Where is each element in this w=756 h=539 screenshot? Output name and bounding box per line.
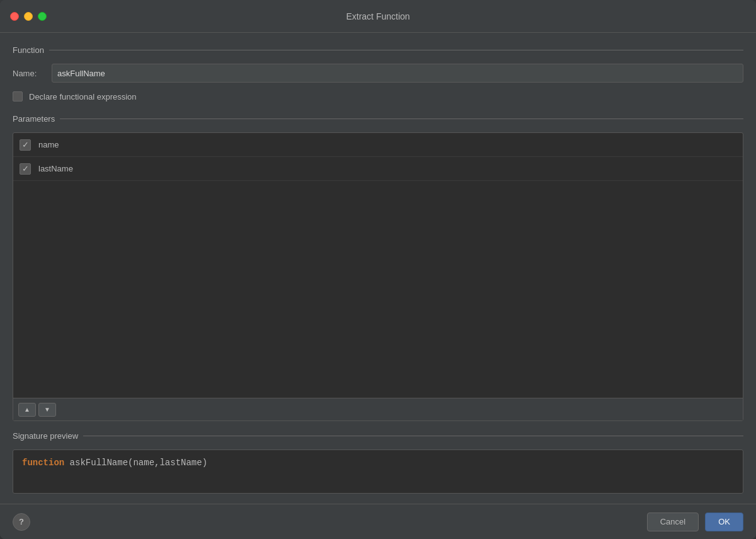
arrow-down-icon: ▼	[44, 406, 50, 413]
param-checkbox-lastname[interactable]: ✓	[20, 163, 31, 175]
param-row-lastname: ✓ lastName	[13, 157, 743, 181]
extract-function-dialog: Extract Function Function Name: Declare …	[0, 0, 756, 539]
close-button[interactable]	[10, 12, 19, 21]
action-buttons: Cancel OK	[647, 513, 743, 531]
function-section: Function Name: Declare functional expres…	[13, 45, 743, 114]
declare-functional-label: Declare functional expression	[29, 92, 137, 101]
sig-name: askFullName(name,lastName)	[64, 458, 207, 468]
param-checkbox-name[interactable]: ✓	[20, 139, 31, 151]
signature-section-line	[83, 436, 743, 436]
minimize-button[interactable]	[24, 12, 33, 21]
move-up-button[interactable]: ▲	[18, 403, 36, 417]
title-bar: Extract Function	[0, 0, 756, 33]
dialog-content: Function Name: Declare functional expres…	[0, 33, 756, 504]
signature-section-label: Signature preview	[13, 431, 78, 441]
checkmark-lastname: ✓	[22, 165, 29, 173]
param-row-name: ✓ name	[13, 133, 743, 157]
param-label-lastname: lastName	[38, 164, 73, 173]
function-section-header: Function	[13, 45, 743, 55]
params-controls: ▲ ▼	[13, 398, 743, 420]
parameters-section-header: Parameters	[13, 114, 743, 124]
help-button[interactable]: ?	[13, 513, 30, 531]
maximize-button[interactable]	[38, 12, 47, 21]
cancel-button[interactable]: Cancel	[647, 513, 699, 531]
params-spacer	[13, 181, 743, 398]
arrow-up-icon: ▲	[24, 406, 30, 413]
parameters-table: ✓ name ✓ lastName ▲	[13, 132, 743, 421]
name-row: Name:	[13, 64, 743, 83]
signature-preview-box: function askFullName(name,lastName)	[13, 449, 743, 494]
traffic-lights	[10, 12, 47, 21]
function-section-label: Function	[13, 45, 44, 55]
help-icon: ?	[19, 517, 24, 526]
dialog-title: Extract Function	[346, 11, 410, 21]
parameters-section-label: Parameters	[13, 114, 55, 124]
sig-keyword: function	[22, 458, 64, 468]
bottom-bar: ? Cancel OK	[0, 504, 756, 539]
checkmark-name: ✓	[22, 141, 29, 149]
signature-section-header: Signature preview	[13, 431, 743, 441]
signature-section: Signature preview function askFullName(n…	[13, 431, 743, 494]
name-label: Name:	[13, 69, 44, 78]
declare-functional-checkbox[interactable]	[13, 91, 23, 101]
function-name-input[interactable]	[52, 64, 743, 83]
move-down-button[interactable]: ▼	[38, 403, 56, 417]
parameters-section-line	[60, 119, 743, 119]
parameters-section: Parameters ✓ name ✓ lastName	[13, 114, 743, 421]
declare-functional-row: Declare functional expression	[13, 91, 743, 101]
function-section-line	[49, 50, 743, 50]
ok-button[interactable]: OK	[705, 513, 743, 531]
param-label-name: name	[38, 140, 59, 149]
